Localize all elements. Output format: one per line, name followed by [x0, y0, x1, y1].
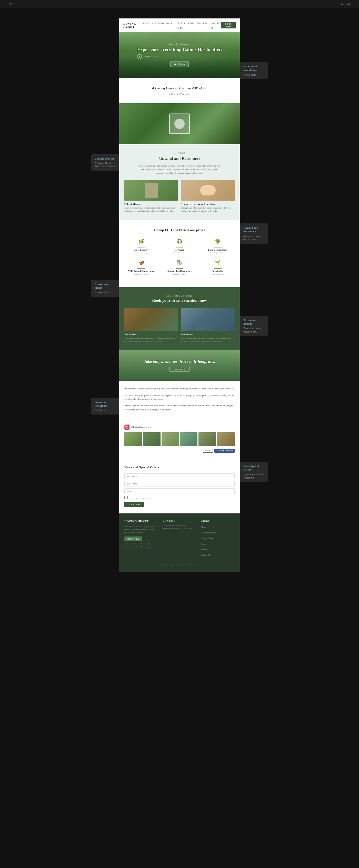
ann-accom-sub: Book your dream vacation now — [243, 327, 265, 333]
safari-tent-image — [125, 308, 178, 331]
aerial-inner — [169, 114, 190, 134]
eco-section: Glamp ECO and Protect our planet 🌿 ECO F… — [119, 220, 240, 287]
nav-link-home[interactable]: HOME — [143, 22, 149, 25]
take-minute-image — [125, 180, 178, 200]
geodome-image — [181, 308, 234, 331]
insta-photo-3 — [162, 432, 179, 446]
ann-protect-sub: Glamp Service — [94, 291, 116, 294]
footer-link-gallery[interactable]: Gallery — [201, 549, 208, 551]
hero-title: Experience everything Cabins Has to offe… — [137, 47, 222, 53]
email-input[interactable] — [125, 488, 234, 494]
site-frame: LOVING HEART HOME ACCOMMODATIONS THINGS … — [119, 19, 240, 572]
facebook-follow-button[interactable]: Follow on Facebook — [214, 449, 234, 453]
instagram-follow-button[interactable]: Follow — [203, 449, 213, 453]
ann-insta-title: Follow on Instagram — [94, 400, 116, 408]
accom-card-safari: Safari Tent Luxurious tents that bring t… — [125, 308, 178, 342]
eco-item-5: 🏪 Support local businesses Community eco… — [163, 258, 197, 276]
ann-accom-title: Accommo-dations — [243, 318, 265, 326]
eco-divider-5 — [176, 268, 183, 269]
eco-title-2: Go-Green — [163, 249, 197, 251]
hero-play-button[interactable]: ▶ — [137, 54, 142, 59]
footer-brand: LOVING HEART Loving Heart Retreats is a … — [125, 520, 158, 557]
unwind-cards-row: Take A Minute Enjoy the scenic views fro… — [125, 180, 234, 213]
card2-desc: This getaway offers more than just an es… — [181, 207, 234, 213]
top-bar: 09 / Wizards — [0, 0, 359, 8]
social-pinterest-icon[interactable]: p — [146, 544, 151, 549]
top-bar-left: 09 / — [8, 2, 13, 6]
eco-item-6: 🌱 Sustainable Long-term goals — [200, 258, 234, 276]
quote-author: - Charles Dickens — [130, 92, 229, 96]
instagram-photo-grid — [125, 432, 234, 446]
memories-title: Take only memories, leave only footprint… — [144, 359, 215, 364]
eco-desc-2: Green initiatives — [163, 252, 197, 254]
footer-brand-desc: Loving Heart Retreats is a glamping reso… — [125, 525, 158, 534]
nav-link-gallery[interactable]: GALLERY — [197, 22, 208, 25]
footer-contact-title: Contact — [163, 520, 196, 522]
annotation-charles: Charles Dickens A Loving Heart Is The Tr… — [91, 154, 119, 170]
eco-icon-4: 🦋 — [137, 258, 145, 267]
nav-link-farm[interactable]: FARM — [188, 22, 194, 25]
getaway-image — [181, 180, 234, 200]
site-footer: LOVING HEART Loving Heart Retreats is a … — [119, 514, 240, 572]
footer-link-farm[interactable]: Farm — [201, 543, 206, 545]
footer-links-col: Links Home Accommodations Things To Do F… — [201, 520, 234, 557]
news-subscribe-button[interactable]: SUBSCRIBE — [125, 502, 144, 507]
quote-text: A Loving Heart Is The Truest Wisdom. — [130, 86, 229, 91]
footer-contact-col: Contact 123 Retreat Road, Marble Falls, … — [163, 520, 196, 557]
accom-card-geodome: Geo Dome These geodesic domed tents offe… — [181, 308, 234, 342]
page-wrapper: Charles Dickens A Loving Heart Is The Tr… — [0, 8, 359, 582]
unwind-card-2: The perfect getaway from home This getaw… — [181, 180, 234, 213]
eco-grid-row2: 🦋 Wild Animal Conservation Supporting wi… — [125, 258, 234, 276]
memories-book-button[interactable]: BOOK NOW — [169, 367, 190, 372]
insta-photo-2 — [143, 432, 160, 446]
ann-exp-sub: Watch Video — [243, 73, 265, 76]
insta-photo-6 — [217, 432, 234, 446]
eco-desc-1: Sustainable design — [125, 252, 159, 254]
ann-news-sub: agree to the terms & conditions — [243, 473, 265, 479]
hero-play-text: AUTUMN 2022 — [144, 56, 158, 58]
site-nav: LOVING HEART HOME ACCOMMODATIONS THINGS … — [119, 19, 240, 32]
footer-top: LOVING HEART Loving Heart Retreats is a … — [125, 520, 234, 557]
social-twitter-icon[interactable]: t — [132, 544, 137, 549]
eco-item-4: 🦋 Wild Animal Conservation Supporting wi… — [125, 258, 159, 276]
nav-book-button[interactable]: BOOK NOW — [221, 22, 236, 28]
footer-link-contact[interactable]: Contact Us — [201, 554, 211, 556]
footer-link-accommodations[interactable]: Accommodations — [201, 532, 216, 534]
nav-link-things[interactable]: THINGS TO DO — [177, 22, 185, 29]
news-form: agree to the terms & conditions SUBSCRIB… — [125, 473, 234, 507]
quote-section: A Loving Heart Is The Truest Wisdom. - C… — [119, 78, 240, 103]
unwind-eyebrow: UNWIND — [125, 152, 234, 154]
eco-item-3: 🌳 Land Conservation Protecting landscape… — [200, 237, 234, 254]
nav-link-accommodations[interactable]: ACCOMMODATIONS — [152, 22, 173, 25]
memories-section: Take only memories, leave only footprint… — [119, 350, 240, 381]
footer-link-things[interactable]: Things To Do — [201, 537, 213, 539]
card2-title: The perfect getaway from home — [181, 203, 234, 206]
safari-title: Safari Tent — [125, 333, 178, 336]
aerial-circle — [174, 119, 185, 129]
terms-text: agree to the terms & conditions — [130, 498, 152, 500]
couples-para2: Reconnect with your partner and share ne… — [125, 394, 234, 401]
first-name-input[interactable] — [125, 473, 234, 479]
terms-checkbox[interactable] — [125, 496, 128, 499]
hero-book-button[interactable]: Book Now — [170, 61, 189, 67]
eco-divider-2 — [176, 247, 183, 247]
eco-desc-5: Community economy — [163, 273, 197, 276]
hero-subtitle: Nature benefits you: — [137, 43, 222, 45]
footer-link-home[interactable]: Home — [201, 526, 206, 528]
eco-item-2: ♻️ Go-Green Green initiatives — [163, 237, 197, 254]
instagram-follow-buttons: Follow Follow on Facebook — [125, 449, 234, 453]
footer-book-button[interactable]: BOOK NOW — [125, 536, 142, 541]
nav-link-contact[interactable]: CONTACT US — [211, 22, 221, 29]
geodome-desc: These geodesic domed tents offer a beaut… — [181, 337, 234, 342]
ann-charles-title: Charles Dickens — [94, 157, 116, 160]
last-name-input[interactable] — [125, 481, 234, 487]
footer-logo: LOVING HEART — [125, 520, 158, 523]
social-facebook-icon[interactable]: f — [125, 544, 130, 549]
social-instagram-icon[interactable]: in — [139, 544, 144, 549]
unwind-title: Unwind and Reconnect — [125, 156, 234, 161]
footer-copyright: © 2022 Loving Heart Retreats. All Rights… — [161, 564, 198, 566]
annotation-experience: Experience everything. Watch Video — [240, 62, 268, 79]
couples-para3: Immerse yourself in nature and bond as y… — [125, 404, 234, 412]
eco-divider-3 — [214, 247, 222, 247]
safari-desc: Luxurious tents that bring the adventure… — [125, 337, 178, 342]
